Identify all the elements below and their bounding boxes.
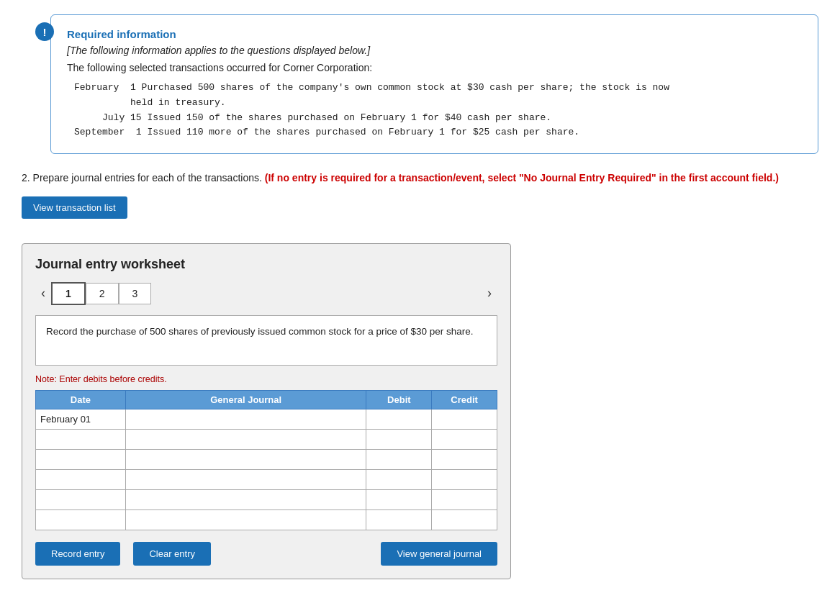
debit-cell-5[interactable] xyxy=(366,489,432,509)
debit-input-5[interactable] xyxy=(371,494,427,505)
debit-input-6[interactable] xyxy=(371,515,427,525)
transactions-text: February 1 Purchased 500 shares of the c… xyxy=(74,81,802,140)
tab-3[interactable]: 3 xyxy=(119,283,152,304)
button-row: Record entry Clear entry View general jo… xyxy=(35,542,497,566)
question-red-text: (If no entry is required for a transacti… xyxy=(265,172,779,184)
credit-cell-5[interactable] xyxy=(432,489,497,509)
record-entry-button[interactable]: Record entry xyxy=(35,542,120,566)
journal-table: Date General Journal Debit Credit Februa… xyxy=(35,390,497,530)
tab-navigation: ‹ 1 2 3 › xyxy=(35,282,497,305)
credit-input-3[interactable] xyxy=(436,454,492,465)
applies-text: [The following information applies to th… xyxy=(67,45,802,56)
journal-cell-1[interactable] xyxy=(125,409,366,429)
debit-input-1[interactable] xyxy=(371,414,427,425)
journal-worksheet: Journal entry worksheet ‹ 1 2 3 › Record… xyxy=(22,243,511,579)
question-number: 2. xyxy=(22,172,30,184)
required-title: Required information xyxy=(67,28,802,40)
debit-cell-2[interactable] xyxy=(366,429,432,449)
credit-cell-2[interactable] xyxy=(432,429,497,449)
journal-input-4[interactable] xyxy=(130,474,362,485)
table-row xyxy=(36,449,497,469)
debit-cell-1[interactable] xyxy=(366,409,432,429)
journal-cell-6[interactable] xyxy=(125,509,366,530)
debit-input-4[interactable] xyxy=(371,474,427,485)
journal-input-6[interactable] xyxy=(130,515,362,525)
question-section: 2. Prepare journal entries for each of t… xyxy=(22,170,818,230)
credit-cell-1[interactable] xyxy=(432,409,497,429)
journal-cell-3[interactable] xyxy=(125,449,366,469)
journal-input-3[interactable] xyxy=(130,454,362,465)
date-cell-2 xyxy=(36,429,126,449)
view-transaction-button[interactable]: View transaction list xyxy=(22,196,127,219)
credit-input-2[interactable] xyxy=(436,434,492,445)
date-cell-1: February 01 xyxy=(36,409,126,429)
record-description: Record the purchase of 500 shares of pre… xyxy=(35,315,497,366)
info-box: ! Required information [The following in… xyxy=(50,14,818,154)
debit-cell-6[interactable] xyxy=(366,509,432,530)
table-row xyxy=(36,469,497,489)
col-date: Date xyxy=(36,390,126,409)
journal-input-2[interactable] xyxy=(130,434,362,445)
date-cell-6 xyxy=(36,509,126,530)
tab-1[interactable]: 1 xyxy=(51,282,86,305)
table-row: February 01 xyxy=(36,409,497,429)
date-cell-3 xyxy=(36,449,126,469)
date-cell-4 xyxy=(36,469,126,489)
tab-prev-button[interactable]: ‹ xyxy=(35,283,51,304)
date-cell-5 xyxy=(36,489,126,509)
info-icon: ! xyxy=(35,22,54,41)
question-text: 2. Prepare journal entries for each of t… xyxy=(22,170,818,186)
table-row xyxy=(36,429,497,449)
col-debit: Debit xyxy=(366,390,432,409)
question-body: Prepare journal entries for each of the … xyxy=(33,172,265,184)
journal-worksheet-title: Journal entry worksheet xyxy=(35,257,497,272)
note-text: Note: Enter debits before credits. xyxy=(35,374,497,384)
col-general-journal: General Journal xyxy=(125,390,366,409)
table-row xyxy=(36,509,497,530)
credit-cell-3[interactable] xyxy=(432,449,497,469)
journal-cell-4[interactable] xyxy=(125,469,366,489)
credit-input-5[interactable] xyxy=(436,494,492,505)
following-text: The following selected transactions occu… xyxy=(67,62,802,73)
tab-next-button[interactable]: › xyxy=(482,283,497,304)
view-general-journal-button[interactable]: View general journal xyxy=(381,542,497,566)
journal-cell-5[interactable] xyxy=(125,489,366,509)
credit-input-4[interactable] xyxy=(436,474,492,485)
col-credit: Credit xyxy=(432,390,497,409)
journal-input-5[interactable] xyxy=(130,494,362,505)
clear-entry-button[interactable]: Clear entry xyxy=(133,542,211,566)
credit-cell-6[interactable] xyxy=(432,509,497,530)
journal-cell-2[interactable] xyxy=(125,429,366,449)
debit-input-3[interactable] xyxy=(371,454,427,465)
table-row xyxy=(36,489,497,509)
journal-input-1[interactable] xyxy=(130,414,362,425)
credit-input-6[interactable] xyxy=(436,515,492,525)
credit-cell-4[interactable] xyxy=(432,469,497,489)
debit-input-2[interactable] xyxy=(371,434,427,445)
credit-input-1[interactable] xyxy=(436,414,492,425)
debit-cell-4[interactable] xyxy=(366,469,432,489)
debit-cell-3[interactable] xyxy=(366,449,432,469)
tab-2[interactable]: 2 xyxy=(86,283,119,304)
